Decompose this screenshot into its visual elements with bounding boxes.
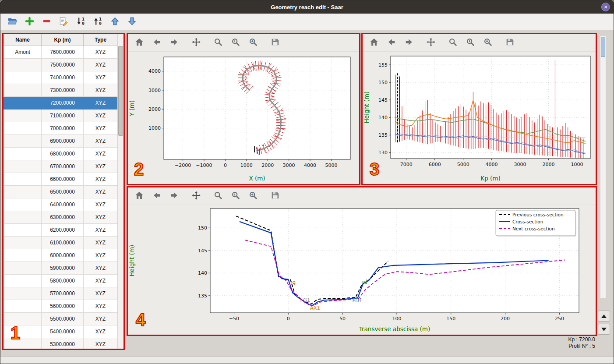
- svg-text:1: 1: [81, 17, 84, 21]
- table-row[interactable]: 5600.0000XYZ: [4, 300, 118, 312]
- table-row[interactable]: 5800.0000XYZ: [4, 274, 118, 287]
- forward-button[interactable]: [168, 190, 180, 202]
- table-row[interactable]: 6500.0000XYZ: [4, 185, 118, 198]
- back-icon: [152, 37, 162, 48]
- status-bar: [0, 357, 614, 364]
- svg-text:3000: 3000: [514, 162, 526, 167]
- cross-section-panel: rgrdFG1AX1FD1−50050100150200250135140145…: [127, 186, 597, 336]
- right-scrollbar-thumb[interactable]: [601, 37, 605, 57]
- table-row[interactable]: 6700.0000XYZ: [4, 160, 118, 173]
- svg-text:1000: 1000: [240, 163, 253, 168]
- move-down-icon: [127, 16, 137, 28]
- triangle-up-icon: [601, 315, 607, 318]
- column-header: Name: [4, 34, 42, 46]
- zoom-auto-button[interactable]: [247, 190, 259, 202]
- table-row[interactable]: 7400.0000XYZ: [4, 71, 118, 84]
- zoom-button[interactable]: [212, 37, 224, 49]
- back-button[interactable]: [151, 190, 163, 202]
- zoom-button[interactable]: [212, 190, 224, 202]
- profile-up-button[interactable]: [598, 311, 610, 322]
- table-row[interactable]: 5900.0000XYZ: [4, 262, 118, 274]
- save-button[interactable]: [269, 37, 281, 49]
- zoom-select-button[interactable]: [229, 190, 242, 202]
- table-scrollbar-thumb[interactable]: [118, 46, 123, 136]
- zoom-select-button[interactable]: [464, 37, 476, 49]
- svg-text:Previous cross-section: Previous cross-section: [512, 212, 564, 217]
- table-row[interactable]: 6200.0000XYZ: [4, 223, 118, 236]
- svg-text:2000: 2000: [543, 162, 555, 167]
- title-bar[interactable]: Geometry reach edit - Saar ✕: [0, 0, 614, 14]
- back-button[interactable]: [385, 37, 398, 49]
- profile-down-button[interactable]: [598, 324, 610, 335]
- pan-button[interactable]: [190, 190, 202, 202]
- edit-button[interactable]: [57, 15, 70, 28]
- svg-text:4000: 4000: [148, 68, 161, 74]
- sort-ascending-button[interactable]: 19: [91, 15, 104, 28]
- table-row[interactable]: 5700.0000XYZ: [4, 287, 118, 300]
- plan-view-plot[interactable]: −2000−1000010002000300040005000100020003…: [128, 52, 359, 184]
- table-row[interactable]: 6000.0000XYZ: [4, 249, 118, 262]
- forward-button[interactable]: [403, 37, 415, 49]
- table-row[interactable]: 6400.0000XYZ: [4, 198, 118, 211]
- table-row[interactable]: 7300.0000XYZ: [4, 84, 118, 96]
- panel-number-2: 2: [134, 160, 144, 178]
- zoom-auto-button[interactable]: [482, 37, 494, 49]
- sort-descending-button[interactable]: 19: [74, 15, 87, 28]
- table-row[interactable]: 6600.0000XYZ: [4, 173, 118, 185]
- triangle-down-icon: [601, 328, 607, 331]
- table-row[interactable]: 7500.0000XYZ: [4, 58, 118, 71]
- remove-button[interactable]: [40, 15, 53, 28]
- profiles-table[interactable]: NameKp (m)TypeAmont7600.0000XYZ7500.0000…: [4, 34, 118, 349]
- main-toolbar: 1919: [0, 14, 614, 30]
- table-row[interactable]: 5400.0000XYZ: [4, 325, 118, 338]
- pan-button[interactable]: [425, 37, 437, 49]
- table-row[interactable]: 6800.0000XYZ: [4, 147, 118, 160]
- svg-text:Next cross-section: Next cross-section: [512, 226, 555, 231]
- svg-text:200: 200: [501, 316, 510, 322]
- zoom-auto-button[interactable]: [247, 37, 259, 49]
- forward-icon: [169, 191, 179, 201]
- open-folder-button[interactable]: [6, 15, 19, 28]
- home-button[interactable]: [133, 190, 145, 202]
- svg-text:9: 9: [81, 21, 84, 26]
- back-button[interactable]: [151, 37, 163, 49]
- close-button[interactable]: ✕: [601, 3, 610, 11]
- svg-text:9: 9: [99, 21, 101, 26]
- home-button[interactable]: [368, 37, 380, 49]
- column-header: Type: [84, 34, 118, 46]
- longitudinal-profile-plot[interactable]: 7000600050004000300020001000130135140145…: [363, 52, 596, 184]
- zoom-select-button[interactable]: [229, 37, 242, 49]
- home-icon: [134, 191, 144, 201]
- move-up-button[interactable]: [108, 15, 121, 28]
- save-icon: [270, 37, 280, 48]
- save-button[interactable]: [504, 37, 516, 49]
- table-row[interactable]: Amont7600.0000XYZ: [4, 46, 118, 58]
- table-row[interactable]: 7100.0000XYZ: [4, 109, 118, 122]
- table-row[interactable]: 6300.0000XYZ: [4, 211, 118, 223]
- svg-text:1000: 1000: [571, 162, 583, 167]
- table-scrollbar[interactable]: [117, 34, 124, 349]
- zoom-button[interactable]: [447, 37, 459, 49]
- table-row[interactable]: 7200.0000XYZ: [4, 96, 118, 109]
- home-button[interactable]: [133, 37, 145, 49]
- svg-text:4000: 4000: [304, 163, 316, 168]
- forward-button[interactable]: [168, 37, 180, 49]
- table-row[interactable]: 6900.0000XYZ: [4, 134, 118, 147]
- svg-text:Transverse abscissa (m): Transverse abscissa (m): [359, 325, 431, 332]
- save-icon: [505, 37, 515, 48]
- svg-text:0: 0: [287, 316, 290, 322]
- table-row[interactable]: 6100.0000XYZ: [4, 236, 118, 249]
- right-scrollbar[interactable]: [600, 35, 606, 298]
- svg-text:2000: 2000: [148, 106, 161, 112]
- svg-text:Y (m): Y (m): [128, 100, 135, 117]
- pan-button[interactable]: [190, 37, 202, 49]
- cross-section-plot[interactable]: rgrdFG1AX1FD1−50050100150200250135140145…: [128, 205, 596, 335]
- table-row[interactable]: 5300.0000XYZ: [4, 338, 118, 349]
- table-row[interactable]: 7000.0000XYZ: [4, 122, 118, 134]
- save-button[interactable]: [269, 190, 281, 202]
- svg-text:−2000: −2000: [175, 163, 191, 168]
- add-button[interactable]: [23, 15, 36, 28]
- add-icon: [25, 16, 35, 28]
- move-down-button[interactable]: [125, 15, 138, 28]
- table-row[interactable]: 5500.0000XYZ: [4, 312, 118, 325]
